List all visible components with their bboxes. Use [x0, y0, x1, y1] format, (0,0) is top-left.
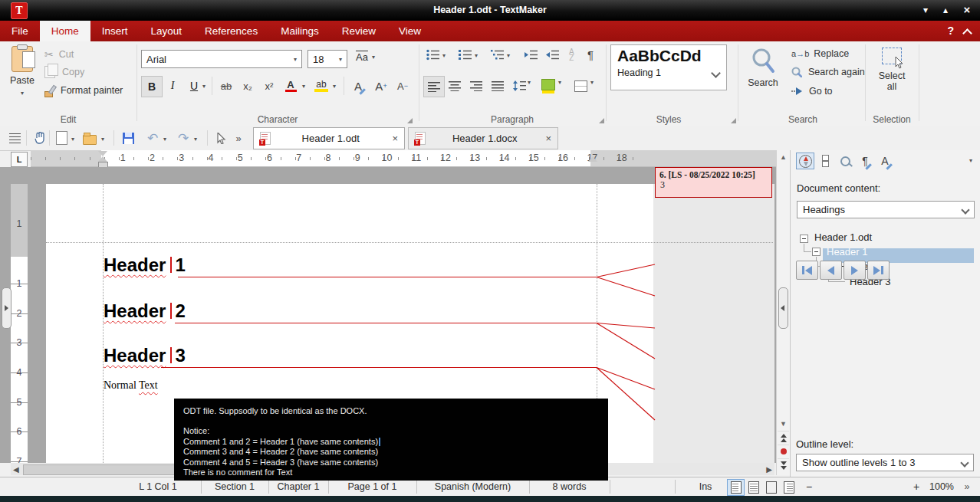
goto-button[interactable]: Go to — [791, 86, 833, 97]
sidebar-tab-character-style[interactable]: A — [876, 153, 894, 169]
heading-2[interactable]: Header2 — [104, 300, 186, 322]
minimize-button[interactable]: ▾ — [916, 0, 936, 21]
bold-button[interactable]: B — [141, 76, 163, 97]
multilevel-list-chevron[interactable]: ▾ — [507, 52, 510, 59]
redo-chevron[interactable]: ▾ — [194, 136, 197, 143]
toolbar-overflow-button[interactable]: » — [230, 130, 247, 146]
doc-tab-docx[interactable]: T Header 1.docx × — [408, 127, 558, 149]
undo-button[interactable]: ↶ — [144, 130, 161, 146]
character-dialog-launcher[interactable] — [407, 118, 413, 123]
help-icon[interactable]: ? — [947, 21, 954, 41]
numbered-list-chevron[interactable]: ▾ — [475, 52, 478, 59]
undo-chevron[interactable]: ▾ — [163, 136, 166, 143]
goto-first-heading-button[interactable] — [796, 261, 818, 280]
menu-tab-file[interactable]: File — [0, 21, 40, 41]
sidebar-menu-chevron[interactable]: ▾ — [969, 157, 972, 164]
font-name-select[interactable]: Arial ▾ — [141, 50, 302, 68]
doc-tab-odt-close-icon[interactable]: × — [392, 133, 398, 144]
sidebar-tab-fields[interactable] — [816, 153, 834, 169]
underline-menu-chevron[interactable]: ▾ — [199, 76, 209, 96]
menu-tab-insert[interactable]: Insert — [90, 21, 140, 41]
goto-previous-heading-button[interactable] — [820, 261, 842, 280]
zoom-in-button[interactable]: + — [909, 477, 924, 496]
formatting-marks-button[interactable]: ¶ — [587, 48, 594, 61]
new-document-button[interactable] — [53, 130, 70, 146]
menu-tab-view[interactable]: View — [387, 21, 432, 41]
view-outline-button[interactable] — [780, 479, 797, 496]
multilevel-list-button[interactable] — [491, 49, 505, 63]
search-button[interactable]: Search — [741, 44, 785, 110]
highlight-menu-chevron[interactable]: ▾ — [330, 76, 339, 96]
doc-tab-odt[interactable]: T Header 1.odt × — [253, 127, 405, 149]
paragraph-dialog-launcher[interactable] — [599, 118, 604, 123]
align-left-button[interactable] — [423, 76, 445, 97]
tree-item-document[interactable]: Header 1.odt — [814, 231, 872, 243]
line-spacing-chevron[interactable]: ▾ — [528, 79, 531, 86]
tree-collapse-box[interactable] — [800, 235, 808, 243]
heading-1[interactable]: Header1 — [104, 254, 186, 276]
align-right-button[interactable] — [466, 76, 486, 96]
menu-tab-review[interactable]: Review — [331, 21, 387, 41]
sidebar-tab-navigation[interactable] — [796, 153, 814, 169]
zoom-out-button[interactable]: − — [801, 477, 817, 496]
select-all-button[interactable]: Select all — [868, 44, 916, 110]
tree-collapse-box[interactable] — [812, 248, 821, 256]
replace-button[interactable]: a→b Replace — [791, 48, 849, 59]
font-color-menu-chevron[interactable]: ▾ — [299, 76, 308, 96]
menu-tab-layout[interactable]: Layout — [140, 21, 194, 41]
format-painter-button[interactable]: Format painter — [44, 85, 123, 96]
reset-formatting-button[interactable]: A — [348, 76, 368, 96]
left-panel-handle[interactable] — [2, 287, 12, 329]
align-center-button[interactable] — [445, 76, 465, 96]
goto-last-heading-button[interactable] — [867, 261, 890, 280]
statusbar-overflow[interactable]: » — [959, 477, 975, 496]
paste-button[interactable]: Paste ▾ — [5, 44, 40, 110]
menu-tab-home[interactable]: Home — [40, 21, 90, 41]
menu-tab-references[interactable]: References — [193, 21, 269, 41]
insert-mode-indicator[interactable]: Ins — [686, 477, 725, 496]
numbered-list-button[interactable] — [459, 49, 472, 63]
sidebar-tab-search[interactable] — [836, 153, 854, 169]
cut-button[interactable]: ✂ Cut — [44, 48, 74, 61]
maximize-button[interactable]: ▴ — [936, 0, 955, 21]
superscript-button[interactable]: x² — [259, 76, 279, 96]
font-size-select[interactable]: 18 ▾ — [307, 50, 347, 68]
heading-3[interactable]: Header3 — [104, 345, 186, 366]
shading-button[interactable] — [538, 76, 558, 96]
subscript-button[interactable]: x₂ — [238, 76, 258, 96]
open-chevron[interactable]: ▾ — [101, 136, 104, 143]
italic-button[interactable]: I — [163, 76, 183, 96]
comment-6[interactable]: 6. [LS - 08/25/2022 10:25] 3 — [655, 167, 772, 198]
browse-next-button[interactable] — [778, 458, 789, 471]
redo-button[interactable]: ↷ — [175, 130, 192, 146]
copy-button[interactable]: Copy — [44, 66, 84, 78]
first-line-indent-marker[interactable] — [98, 151, 107, 156]
close-button[interactable]: × — [957, 0, 977, 21]
zoom-level[interactable]: 100% — [925, 477, 959, 496]
justify-button[interactable] — [488, 76, 508, 96]
vertical-ruler[interactable]: 1 1234567 — [11, 184, 28, 463]
view-fullscreen-button[interactable] — [762, 479, 780, 496]
shrink-font-button[interactable]: A− — [393, 76, 413, 96]
open-button[interactable] — [81, 130, 98, 146]
search-again-button[interactable]: Search again — [791, 67, 865, 77]
bullet-list-button[interactable] — [426, 49, 440, 63]
styles-dialog-launcher[interactable] — [731, 118, 736, 123]
pan-hand-button[interactable] — [31, 130, 48, 146]
view-continuous-button[interactable] — [745, 479, 762, 496]
scroll-up-icon[interactable]: ▲ — [777, 153, 790, 161]
scroll-left-icon[interactable]: ◀ — [13, 464, 19, 475]
strikethrough-button[interactable]: ab — [216, 76, 236, 96]
view-normal-button[interactable] — [727, 479, 745, 496]
content-type-select[interactable]: Headings — [797, 201, 975, 218]
decrease-indent-button[interactable] — [546, 49, 560, 63]
goto-next-heading-button[interactable] — [844, 261, 866, 280]
body-text[interactable]: Normal Text — [104, 379, 158, 392]
right-indent-marker[interactable] — [588, 156, 597, 162]
highlight-button[interactable]: ab — [311, 76, 331, 96]
save-button[interactable] — [120, 130, 136, 146]
sidebar-tab-paragraph-style[interactable]: ¶ — [856, 153, 874, 169]
collapse-ribbon-icon[interactable] — [962, 28, 972, 38]
new-document-chevron[interactable]: ▾ — [71, 136, 74, 143]
shading-chevron[interactable]: ▾ — [558, 79, 561, 86]
